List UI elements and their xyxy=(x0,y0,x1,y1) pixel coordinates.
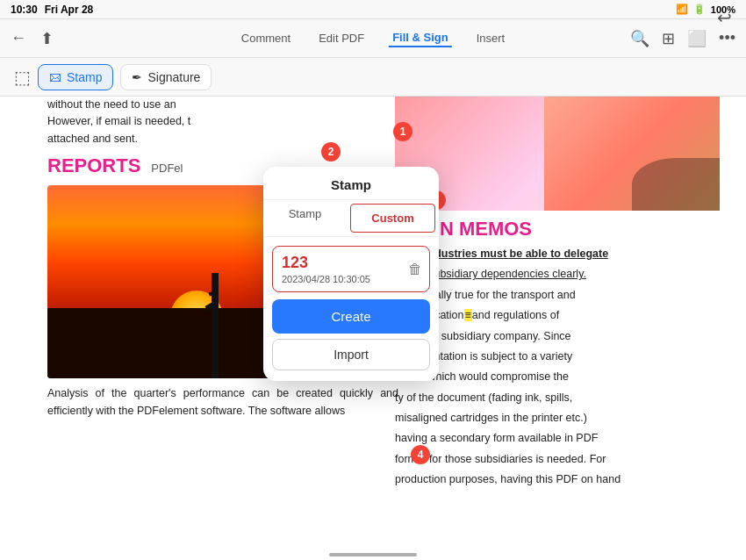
pdf-page: without the need to use an However, if e… xyxy=(0,97,746,560)
stamp-tab-custom[interactable]: Custom xyxy=(350,204,435,233)
navigation-heading: ATION MEMOS xyxy=(395,218,720,241)
stamp-popup: Stamp Stamp Custom 123 2023/04/28 10:30:… xyxy=(263,167,439,381)
stamp-popup-title: Stamp xyxy=(263,167,439,200)
analysis-text: Analysis of the quarter's performance ca… xyxy=(47,385,398,420)
back-button[interactable]: ← xyxy=(11,29,26,47)
stamp-icon: 🖂 xyxy=(49,70,61,84)
search-icon[interactable]: 🔍 xyxy=(630,29,649,48)
more-icon[interactable]: ••• xyxy=(719,29,735,47)
stamp-label: Stamp xyxy=(67,70,102,84)
stamp-tab-stamp[interactable]: Stamp xyxy=(263,200,347,236)
share-button[interactable]: ⬆ xyxy=(40,29,54,48)
badge-2: 2 xyxy=(321,142,341,162)
monitor-icon[interactable]: ⬜ xyxy=(687,29,707,48)
content-area: without the need to use an However, if e… xyxy=(0,97,746,560)
stamp-date: 2023/04/28 10:30:05 xyxy=(282,274,420,284)
right-line-8: ty of the document (fading ink, spills, xyxy=(395,390,720,406)
tab-insert[interactable]: Insert xyxy=(473,30,509,47)
time: 10:30 xyxy=(11,4,38,16)
signature-button[interactable]: ✒ Signature xyxy=(120,64,212,90)
stamp-popup-tabs: Stamp Custom xyxy=(263,200,439,237)
left-text-1: without the need to use an xyxy=(47,97,398,113)
tab-edit-pdf[interactable]: Edit PDF xyxy=(315,30,368,47)
stamp-number: 123 xyxy=(282,254,420,272)
wifi-icon: 📶 xyxy=(676,4,688,15)
right-line-1: l Gas industries must be able to delegat… xyxy=(395,246,720,262)
badge-1: 1 xyxy=(393,122,412,141)
grid-icon[interactable]: ⊞ xyxy=(662,29,675,48)
left-text-3: attached and sent. xyxy=(47,131,398,147)
create-button[interactable]: Create xyxy=(272,299,430,334)
battery-icon: 🔋 xyxy=(693,4,706,15)
right-line-2: o their subsidiary dependencies clearly. xyxy=(395,266,720,283)
right-line-3: s especially true for the transport and xyxy=(395,287,720,304)
highlight-badge: ≡ xyxy=(464,309,472,321)
right-line-10: having a secondary form available in PDF xyxy=(395,430,720,447)
secondary-toolbar: ⬚ 🖂 Stamp ✒ Signature ↩ xyxy=(0,58,746,97)
day: Fri Apr 28 xyxy=(45,4,94,16)
undo-button[interactable]: ↩ xyxy=(717,7,732,28)
signature-label: Signature xyxy=(147,70,200,84)
badge-4: 4 xyxy=(411,445,430,464)
right-column: ATION MEMOS l Gas industries must be abl… xyxy=(395,97,720,492)
right-line-11: format for those subsidiaries is needed.… xyxy=(395,451,720,468)
tab-comment[interactable]: Comment xyxy=(238,30,294,47)
right-line-12: production purposes, having this PDF on … xyxy=(395,471,720,488)
selection-icon[interactable]: ⬚ xyxy=(14,67,31,88)
status-bar: 10:30 Fri Apr 28 📶 🔋 100% xyxy=(0,0,746,19)
right-line-6: documentation is subject to a variety xyxy=(395,348,720,365)
right-line-9: misaligned cartridges in the printer etc… xyxy=(395,410,720,427)
signature-icon: ✒ xyxy=(132,70,142,84)
right-line-4: y specification≡and regulations of xyxy=(395,307,720,324)
stamp-item: 123 2023/04/28 10:30:05 🗑 xyxy=(272,246,430,292)
stamp-delete-button[interactable]: 🗑 xyxy=(408,262,422,277)
import-button[interactable]: Import xyxy=(272,339,430,370)
left-text-2: However, if email is needed, t xyxy=(47,113,398,130)
pdf-label: PDFel xyxy=(151,162,183,175)
reports-heading: REPORTS xyxy=(47,154,140,177)
tab-fill-sign[interactable]: Fill & Sign xyxy=(389,29,452,47)
main-toolbar: ← ⬆ Comment Edit PDF Fill & Sign Insert … xyxy=(0,19,746,58)
right-line-7: ments which would compromise the xyxy=(395,369,720,385)
stamp-button[interactable]: 🖂 Stamp xyxy=(38,64,113,90)
right-line-5: ort to the subsidiary company. Since xyxy=(395,328,720,345)
home-indicator xyxy=(329,553,417,556)
